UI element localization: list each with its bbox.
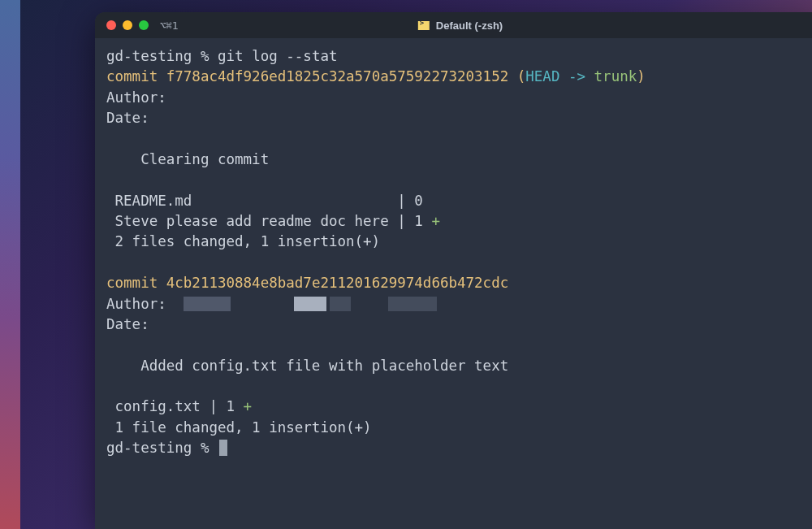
stat-count: 0 (414, 193, 423, 209)
stat-count: 1 (414, 213, 431, 229)
commit-message: Clearing commit (140, 151, 269, 167)
window-title-text: Default (-zsh) (436, 20, 503, 32)
tab-shortcut-indicator: ⌥⌘1 (160, 20, 178, 32)
window-title: Default (-zsh) (418, 20, 503, 32)
prompt-symbol: % (201, 440, 209, 456)
minimize-button[interactable] (123, 20, 132, 30)
redacted-block (184, 297, 231, 311)
stat-count: 1 (227, 398, 244, 414)
stat-plus: + (244, 398, 253, 414)
commit-hash: 4cb21130884e8bad7e211201629974d66b472cdc (166, 275, 508, 291)
wallpaper-stripe (0, 0, 20, 529)
stat-path: config.txt (115, 398, 201, 414)
command-text: git log --stat (218, 48, 338, 64)
stat-path: README.md (115, 193, 389, 209)
author-label: Author: (106, 296, 166, 312)
stat-summary: 2 files changed, 1 insertion(+) (115, 233, 381, 249)
commit-label: commit (106, 275, 166, 291)
terminal-output[interactable]: gd-testing % git log --stat commit f778a… (95, 38, 812, 529)
close-button[interactable] (106, 20, 116, 30)
maximize-button[interactable] (139, 20, 149, 30)
ref-branch: trunk (594, 68, 637, 85)
commit-message: Added config.txt file with placeholder t… (140, 358, 508, 374)
stat-sep: | (201, 398, 227, 414)
stat-plus: + (431, 213, 440, 229)
ref-close: ) (637, 68, 646, 85)
date-label: Date: (106, 316, 149, 332)
redacted-block (388, 297, 437, 311)
redacted-block (330, 297, 351, 311)
ref-open: ( (508, 68, 525, 85)
cursor (219, 440, 227, 456)
date-label: Date: (106, 110, 149, 126)
prompt-dir: gd-testing (106, 440, 192, 456)
commit-hash: f778ac4df926ed1825c32a570a57592273203152 (166, 68, 508, 85)
prompt-dir: gd-testing (106, 48, 192, 64)
redacted-block (294, 297, 326, 311)
commit-label: commit (106, 68, 166, 85)
stat-path: Steve please add readme doc here (115, 213, 389, 229)
stat-sep: | (389, 193, 415, 209)
stat-sep: | (389, 213, 415, 229)
terminal-profile-icon (418, 21, 430, 30)
ref-head: HEAD -> (525, 68, 594, 85)
terminal-window: ⌥⌘1 Default (-zsh) gd-testing % git log … (95, 12, 812, 529)
author-label: Author: (106, 89, 166, 106)
traffic-lights (95, 20, 149, 30)
titlebar[interactable]: ⌥⌘1 Default (-zsh) (95, 12, 812, 38)
stat-summary: 1 file changed, 1 insertion(+) (115, 419, 372, 436)
prompt-symbol: % (201, 48, 209, 64)
